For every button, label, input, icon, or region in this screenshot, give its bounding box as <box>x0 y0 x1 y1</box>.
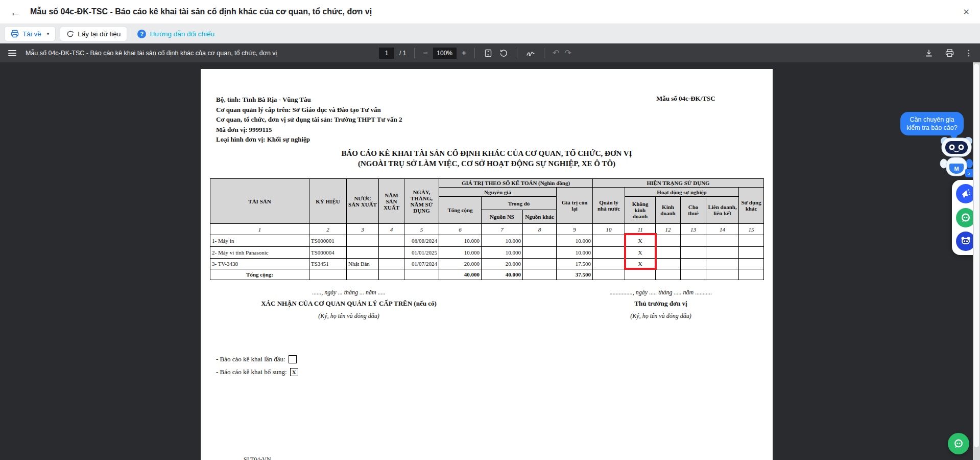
cell-source-ns: 10.000 <box>482 235 523 247</box>
col-header-business: Kinh doanh <box>656 197 681 224</box>
pdf-document-title: Mẫu số 04c-ĐK-TSC - Báo cáo kê khai tài … <box>26 50 277 57</box>
org-line: Mã đơn vị: 9999115 <box>216 125 402 135</box>
top-header: ← Mẫu số 04c-ĐK-TSC - Báo cáo kê khai tà… <box>0 0 980 24</box>
zoom-level-value: 100% <box>433 48 457 59</box>
group-header-book-value: GIÁ TRỊ THEO SỔ KẾ TOÁN (Nghìn đồng) <box>439 179 593 188</box>
index-cell: 7 <box>482 224 523 235</box>
refresh-data-button[interactable]: Lấy lại dữ liệu <box>60 26 127 41</box>
index-cell: 6 <box>439 224 482 235</box>
cell-for-rent <box>681 247 706 259</box>
cell-use-date: 01/07/2024 <box>404 259 439 269</box>
app-window: ← Mẫu số 04c-ĐK-TSC - Báo cáo kê khai tà… <box>0 0 980 460</box>
cell-use-date: 06/08/2024 <box>404 235 439 247</box>
cell-for-rent <box>681 235 706 247</box>
total-cell <box>347 269 379 280</box>
total-cell <box>379 269 404 280</box>
checkbox-supplement-declaration: - Báo cáo kê khai bổ sung: X <box>216 368 298 376</box>
col-header-joint-venture: Liên doanh, liên kết <box>706 197 739 224</box>
toolbar-divider <box>517 48 517 58</box>
zoom-in-button[interactable]: + <box>462 49 466 57</box>
table-row: 1- Máy in TS000001 06/08/2024 10.000 10.… <box>210 235 764 247</box>
toolbar-divider <box>474 48 475 58</box>
cell-business <box>656 235 681 247</box>
org-line: Loại hình đơn vị: Khối sự nghiệp <box>216 134 402 145</box>
cell-remaining: 10.000 <box>557 247 593 259</box>
total-cell <box>523 269 557 280</box>
org-line: Bộ, tỉnh: Tỉnh Bà Rịa - Vũng Tàu <box>216 95 402 105</box>
index-cell: 2 <box>309 224 347 235</box>
cell-total: 20.000 <box>439 259 482 269</box>
table-row: 2- Máy vi tính Panasonic TS000004 01/01/… <box>210 247 764 259</box>
checkbox-label: - Báo cáo kê khai bổ sung: <box>216 368 287 376</box>
chat-fab-button[interactable] <box>948 433 969 454</box>
total-cell: 40.000 <box>482 269 523 280</box>
menu-icon[interactable] <box>8 50 16 56</box>
chevron-down-icon[interactable]: ▾ <box>47 31 50 36</box>
undo-button[interactable]: ↶ <box>553 49 559 57</box>
total-cell <box>739 269 764 280</box>
cell-country <box>347 247 379 259</box>
total-cell <box>593 269 625 280</box>
col-header-use-date: NGÀY, THÁNG, NĂM SỬ DỤNG <box>404 179 439 224</box>
total-cell: 37.500 <box>557 269 593 280</box>
redo-button[interactable]: ↷ <box>564 49 571 57</box>
org-line: Cơ quan, tổ chức, đơn vị sử dụng tài sản… <box>216 114 402 125</box>
cell-symbol: TS3451 <box>309 259 347 269</box>
index-cell: 1 <box>210 224 309 235</box>
date-line: ..............., ngày ..... tháng ..... … <box>588 289 734 296</box>
cell-remaining: 10.000 <box>557 235 593 247</box>
cell-symbol: TS000004 <box>309 247 347 259</box>
cell-country: Nhật Bản <box>347 259 379 269</box>
scrollbar-thumb[interactable] <box>974 64 979 447</box>
vertical-scrollbar[interactable] <box>973 62 980 460</box>
cell-source-other <box>523 259 557 269</box>
signature-title: Thủ trưởng đơn vị <box>588 300 734 308</box>
index-cell: 8 <box>523 224 557 235</box>
cell-asset: 3- TV-3438 <box>210 259 309 269</box>
close-icon[interactable]: ✕ <box>963 7 970 17</box>
total-cell <box>625 269 656 280</box>
more-options-icon[interactable]: ⋮ <box>965 49 973 57</box>
back-icon[interactable]: ← <box>10 7 21 17</box>
col-header-non-business: Không kinh doanh <box>625 197 656 224</box>
group-header-career-activity: Hoạt động sự nghiệp <box>625 188 739 197</box>
comparison-guide-link[interactable]: ? Hướng dẫn đối chiếu <box>131 26 221 41</box>
cell-other-use <box>739 259 764 269</box>
annotate-pen-icon[interactable] <box>525 48 536 58</box>
cell-source-other <box>523 235 557 247</box>
pdf-page-controls: 1 / 1 − 100% + ↶ ↷ <box>379 43 571 62</box>
document-title: BÁO CÁO KÊ KHAI TÀI SẢN CỐ ĐỊNH KHÁC CỦA… <box>201 148 773 169</box>
index-cell: 11 <box>625 224 656 235</box>
expand-panel-tab[interactable]: › <box>965 169 973 177</box>
checkbox-first-declaration: - Báo cáo kê khai lần đầu: <box>216 355 297 363</box>
cell-joint-venture <box>706 235 739 247</box>
page-number-input[interactable]: 1 <box>379 48 394 59</box>
cell-state-mgmt <box>593 235 625 247</box>
fit-to-page-button[interactable] <box>483 48 493 58</box>
cell-remaining: 17.500 <box>557 259 593 269</box>
total-cell: 40.000 <box>439 269 482 280</box>
action-toolbar: Tải về ▾ Lấy lại dữ liệu ? Hướng dẫn đối… <box>0 24 980 43</box>
checkbox-checked: X <box>290 368 298 376</box>
print-icon[interactable] <box>944 48 954 58</box>
assistant-bubble[interactable]: Cần chuyên gia kiểm tra báo cáo? <box>900 112 964 135</box>
zoom-out-button[interactable]: − <box>423 49 427 57</box>
guide-label: Hướng dẫn đối chiếu <box>150 30 214 38</box>
rotate-button[interactable] <box>498 48 509 58</box>
mascot-logo: M <box>954 166 959 172</box>
toolbar-divider <box>544 48 544 58</box>
download-icon[interactable] <box>924 48 934 58</box>
signature-note: (Ký, họ tên và đóng dấu) <box>588 312 734 320</box>
asset-table: TÀI SẢN KÝ HIỆU NƯỚC SẢN XUẤT NĂM SẢN XU… <box>210 178 764 280</box>
col-header-other-use: Sử dụng khác <box>739 188 764 224</box>
footer-code-partial: SLT04-VN <box>244 456 271 460</box>
printer-icon <box>11 30 19 38</box>
download-button[interactable]: Tải về ▾ <box>4 26 56 41</box>
cell-business <box>656 259 681 269</box>
cell-source-ns: 10.000 <box>482 247 523 259</box>
index-cell: 5 <box>404 224 439 235</box>
date-line: ......, ngày ... tháng ... năm ..... <box>241 289 457 296</box>
document-page: Bộ, tỉnh: Tỉnh Bà Rịa - Vũng Tàu Cơ quan… <box>201 69 773 460</box>
cell-other-use <box>739 235 764 247</box>
help-icon: ? <box>137 30 146 38</box>
